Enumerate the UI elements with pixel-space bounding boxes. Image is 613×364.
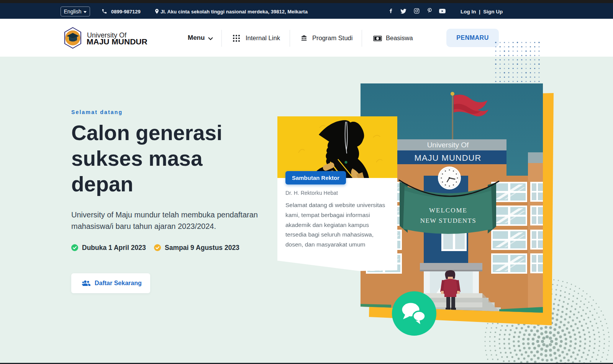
svg-text:University Of: University Of	[427, 141, 469, 149]
svg-text:MAJU MUNDUR: MAJU MUNDUR	[415, 153, 482, 163]
svg-text:WELCOME: WELCOME	[429, 207, 467, 214]
svg-text:NEW STUDENTS: NEW STUDENTS	[420, 217, 476, 224]
